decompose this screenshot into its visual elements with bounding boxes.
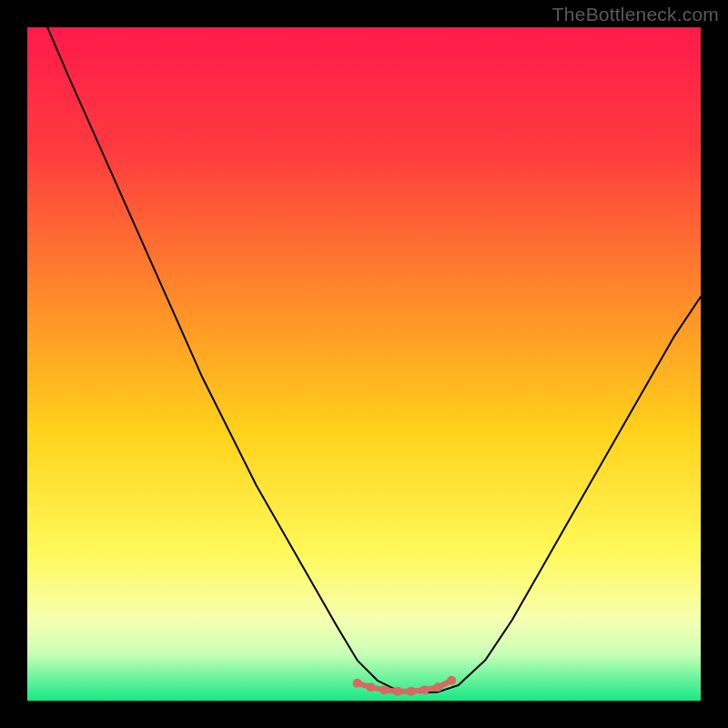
watermark-text: TheBottleneck.com bbox=[552, 4, 719, 25]
chart-svg bbox=[27, 27, 701, 701]
chart-frame: TheBottleneck.com bbox=[0, 0, 728, 728]
plot-area bbox=[27, 27, 701, 701]
gradient-background bbox=[27, 27, 701, 701]
